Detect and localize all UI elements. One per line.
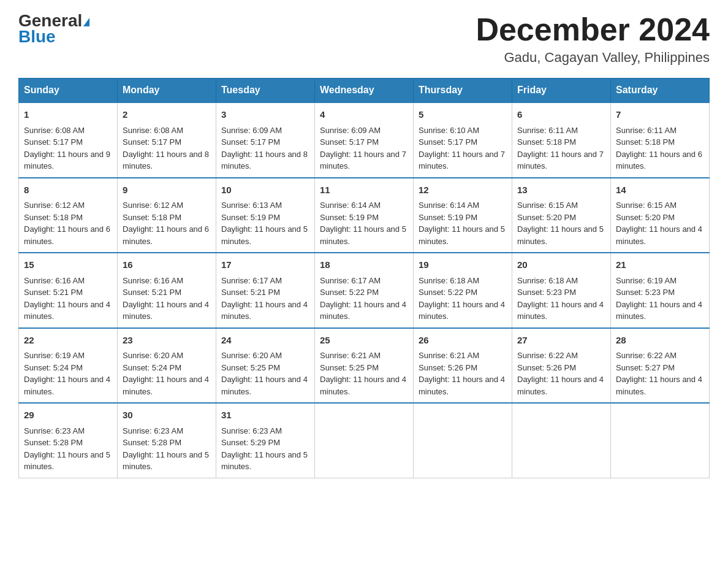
day-info: Sunrise: 6:14 AMSunset: 5:19 PMDaylight:… [419, 201, 505, 246]
calendar-cell: 27Sunrise: 6:22 AMSunset: 5:26 PMDayligh… [512, 328, 611, 404]
day-number: 19 [419, 258, 507, 272]
day-info: Sunrise: 6:14 AMSunset: 5:19 PMDaylight:… [320, 201, 406, 246]
day-info: Sunrise: 6:13 AMSunset: 5:19 PMDaylight:… [221, 201, 308, 246]
calendar-cell [512, 403, 611, 478]
calendar-cell: 21Sunrise: 6:19 AMSunset: 5:23 PMDayligh… [611, 253, 710, 328]
day-info: Sunrise: 6:10 AMSunset: 5:17 PMDaylight:… [419, 126, 505, 171]
day-number: 23 [123, 334, 211, 348]
calendar-cell: 17Sunrise: 6:17 AMSunset: 5:21 PMDayligh… [216, 253, 315, 328]
day-number: 25 [320, 334, 408, 348]
day-info: Sunrise: 6:21 AMSunset: 5:25 PMDaylight:… [320, 351, 406, 396]
day-number: 13 [517, 183, 605, 197]
calendar-cell: 25Sunrise: 6:21 AMSunset: 5:25 PMDayligh… [315, 328, 414, 404]
day-info: Sunrise: 6:17 AMSunset: 5:21 PMDaylight:… [221, 276, 308, 321]
day-info: Sunrise: 6:20 AMSunset: 5:24 PMDaylight:… [123, 351, 209, 396]
day-number: 10 [221, 183, 309, 197]
day-number: 6 [517, 108, 605, 122]
calendar-cell: 7Sunrise: 6:11 AMSunset: 5:18 PMDaylight… [611, 102, 710, 178]
calendar-cell: 10Sunrise: 6:13 AMSunset: 5:19 PMDayligh… [216, 178, 315, 253]
day-number: 27 [517, 334, 605, 348]
header-tuesday: Tuesday [216, 79, 315, 103]
day-info: Sunrise: 6:21 AMSunset: 5:26 PMDaylight:… [419, 351, 505, 396]
day-info: Sunrise: 6:09 AMSunset: 5:17 PMDaylight:… [221, 126, 308, 171]
weekday-header-row: Sunday Monday Tuesday Wednesday Thursday… [19, 79, 710, 103]
day-number: 5 [419, 108, 507, 122]
day-number: 26 [419, 334, 507, 348]
calendar-cell: 9Sunrise: 6:12 AMSunset: 5:18 PMDaylight… [118, 178, 216, 253]
day-number: 2 [123, 108, 211, 122]
day-number: 24 [221, 334, 309, 348]
day-number: 11 [320, 183, 408, 197]
day-info: Sunrise: 6:12 AMSunset: 5:18 PMDaylight:… [24, 201, 110, 246]
day-number: 31 [221, 408, 309, 423]
day-number: 1 [24, 108, 112, 122]
calendar-cell: 14Sunrise: 6:15 AMSunset: 5:20 PMDayligh… [611, 178, 710, 253]
calendar-subtitle: Gadu, Cagayan Valley, Philippines [476, 50, 710, 66]
week-row-2: 8Sunrise: 6:12 AMSunset: 5:18 PMDaylight… [19, 178, 710, 253]
calendar-cell: 26Sunrise: 6:21 AMSunset: 5:26 PMDayligh… [414, 328, 512, 404]
calendar-cell: 5Sunrise: 6:10 AMSunset: 5:17 PMDaylight… [414, 102, 512, 178]
calendar-table: Sunday Monday Tuesday Wednesday Thursday… [18, 78, 710, 478]
header-thursday: Thursday [414, 79, 512, 103]
day-number: 18 [320, 258, 408, 272]
week-row-4: 22Sunrise: 6:19 AMSunset: 5:24 PMDayligh… [19, 328, 710, 404]
calendar-cell: 22Sunrise: 6:19 AMSunset: 5:24 PMDayligh… [19, 328, 118, 404]
day-number: 12 [419, 183, 507, 197]
calendar-cell: 24Sunrise: 6:20 AMSunset: 5:25 PMDayligh… [216, 328, 315, 404]
day-number: 8 [24, 183, 112, 197]
day-info: Sunrise: 6:11 AMSunset: 5:18 PMDaylight:… [616, 126, 702, 171]
day-info: Sunrise: 6:20 AMSunset: 5:25 PMDaylight:… [221, 351, 308, 396]
calendar-cell [315, 403, 414, 478]
calendar-cell: 3Sunrise: 6:09 AMSunset: 5:17 PMDaylight… [216, 102, 315, 178]
day-info: Sunrise: 6:22 AMSunset: 5:26 PMDaylight:… [517, 351, 604, 396]
day-info: Sunrise: 6:18 AMSunset: 5:22 PMDaylight:… [419, 276, 505, 321]
day-info: Sunrise: 6:23 AMSunset: 5:28 PMDaylight:… [123, 426, 209, 472]
week-row-5: 29Sunrise: 6:23 AMSunset: 5:28 PMDayligh… [19, 403, 710, 478]
day-number: 15 [24, 258, 112, 272]
calendar-cell: 6Sunrise: 6:11 AMSunset: 5:18 PMDaylight… [512, 102, 611, 178]
calendar-cell: 30Sunrise: 6:23 AMSunset: 5:28 PMDayligh… [118, 403, 216, 478]
day-number: 20 [517, 258, 605, 272]
calendar-cell: 2Sunrise: 6:08 AMSunset: 5:17 PMDaylight… [118, 102, 216, 178]
day-info: Sunrise: 6:19 AMSunset: 5:24 PMDaylight:… [24, 351, 110, 396]
day-number: 3 [221, 108, 309, 122]
day-number: 16 [123, 258, 211, 272]
calendar-cell: 20Sunrise: 6:18 AMSunset: 5:23 PMDayligh… [512, 253, 611, 328]
day-number: 29 [24, 408, 112, 423]
calendar-cell: 13Sunrise: 6:15 AMSunset: 5:20 PMDayligh… [512, 178, 611, 253]
day-number: 9 [123, 183, 211, 197]
calendar-cell: 18Sunrise: 6:17 AMSunset: 5:22 PMDayligh… [315, 253, 414, 328]
day-number: 21 [616, 258, 704, 272]
calendar-cell: 31Sunrise: 6:23 AMSunset: 5:29 PMDayligh… [216, 403, 315, 478]
page-header: General Blue December 2024 Gadu, Cagayan… [18, 12, 710, 66]
calendar-cell: 19Sunrise: 6:18 AMSunset: 5:22 PMDayligh… [414, 253, 512, 328]
header-saturday: Saturday [611, 79, 710, 103]
day-info: Sunrise: 6:17 AMSunset: 5:22 PMDaylight:… [320, 276, 406, 321]
logo: General Blue [18, 12, 89, 47]
calendar-cell: 16Sunrise: 6:16 AMSunset: 5:21 PMDayligh… [118, 253, 216, 328]
day-number: 4 [320, 108, 408, 122]
calendar-cell [414, 403, 512, 478]
day-number: 14 [616, 183, 704, 197]
calendar-cell: 8Sunrise: 6:12 AMSunset: 5:18 PMDaylight… [19, 178, 118, 253]
day-info: Sunrise: 6:11 AMSunset: 5:18 PMDaylight:… [517, 126, 604, 171]
header-friday: Friday [512, 79, 611, 103]
day-info: Sunrise: 6:16 AMSunset: 5:21 PMDaylight:… [123, 276, 209, 321]
day-info: Sunrise: 6:08 AMSunset: 5:17 PMDaylight:… [24, 126, 110, 171]
logo-line2: Blue [18, 27, 56, 47]
day-info: Sunrise: 6:19 AMSunset: 5:23 PMDaylight:… [616, 276, 702, 321]
calendar-cell: 15Sunrise: 6:16 AMSunset: 5:21 PMDayligh… [19, 253, 118, 328]
day-info: Sunrise: 6:12 AMSunset: 5:18 PMDaylight:… [123, 201, 209, 246]
day-number: 28 [616, 334, 704, 348]
header-sunday: Sunday [19, 79, 118, 103]
calendar-cell: 12Sunrise: 6:14 AMSunset: 5:19 PMDayligh… [414, 178, 512, 253]
calendar-cell: 1Sunrise: 6:08 AMSunset: 5:17 PMDaylight… [19, 102, 118, 178]
day-info: Sunrise: 6:15 AMSunset: 5:20 PMDaylight:… [616, 201, 702, 246]
day-info: Sunrise: 6:23 AMSunset: 5:28 PMDaylight:… [24, 426, 110, 472]
header-wednesday: Wednesday [315, 79, 414, 103]
calendar-title: December 2024 [476, 12, 710, 47]
day-info: Sunrise: 6:18 AMSunset: 5:23 PMDaylight:… [517, 276, 604, 321]
week-row-1: 1Sunrise: 6:08 AMSunset: 5:17 PMDaylight… [19, 102, 710, 178]
header-monday: Monday [118, 79, 216, 103]
calendar-cell [611, 403, 710, 478]
